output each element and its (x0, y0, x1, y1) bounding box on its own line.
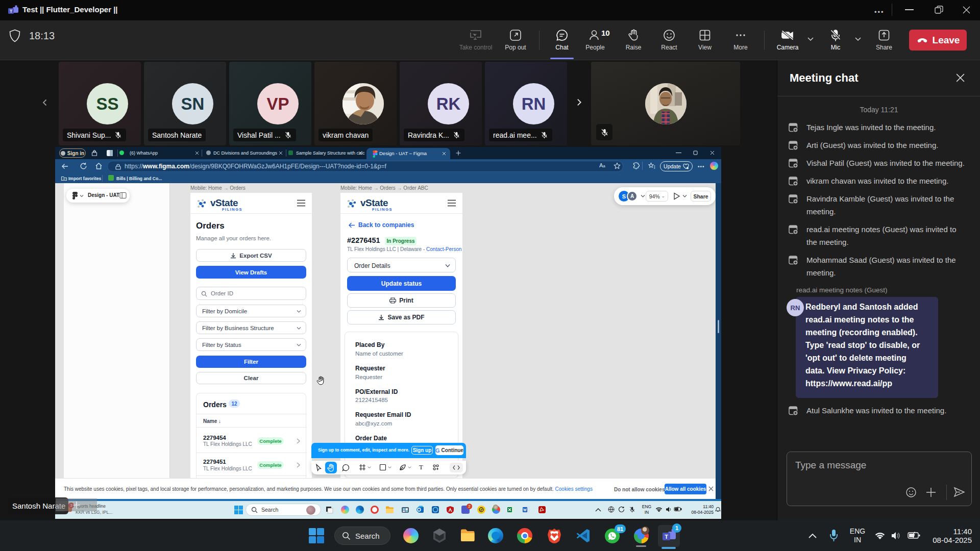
svg-text:T: T (10, 9, 13, 14)
svg-text:T: T (665, 534, 668, 540)
